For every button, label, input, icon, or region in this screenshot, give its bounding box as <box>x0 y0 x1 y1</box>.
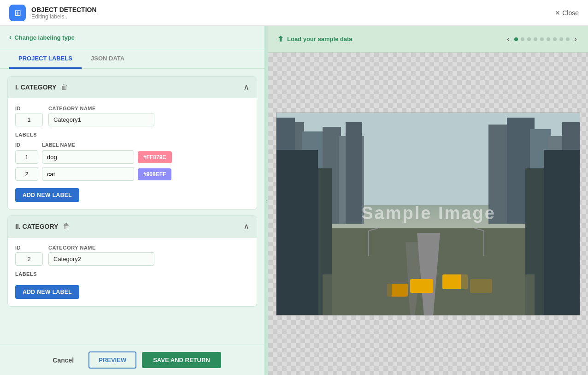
category-name-label-2: Category name <box>48 245 154 250</box>
category-id-label-2: ID <box>15 245 43 250</box>
prev-page-button[interactable]: ‹ <box>505 32 512 46</box>
image-area: Sample Image <box>268 53 588 375</box>
sample-image-container: Sample Image <box>276 113 580 315</box>
add-label-button-2[interactable]: ADD NEW LABEL <box>15 285 79 299</box>
category-title-2: II. CATEGORY <box>15 223 58 230</box>
app-subtitle: Editing labels... <box>31 13 97 20</box>
label-row-1-1: #FF879C <box>15 150 249 164</box>
category-header-2: II. CATEGORY🗑∧ <box>8 216 257 238</box>
label-id-input-1-1[interactable] <box>15 150 38 164</box>
category-fields-1: IDCategory name <box>15 106 249 126</box>
tab-project-labels[interactable]: PROJECT LABELS <box>9 49 82 69</box>
svg-rect-6 <box>346 122 362 224</box>
label-id-input-1-2[interactable] <box>15 167 38 181</box>
close-button[interactable]: ✕ Close <box>555 9 579 17</box>
category-id-input-1[interactable] <box>15 113 43 126</box>
category-block-2: II. CATEGORY🗑∧IDCategory nameLABELSADD N… <box>7 215 257 307</box>
category-name-input-2[interactable] <box>48 252 154 266</box>
right-panel: ⬆ Load your sample data ‹ › <box>268 26 588 375</box>
page-dot-8[interactable] <box>559 37 563 41</box>
page-dot-2[interactable] <box>521 37 524 41</box>
app-icon: ⊞ <box>9 5 26 21</box>
category-id-label-1: ID <box>15 106 43 111</box>
right-topbar: ⬆ Load your sample data ‹ › <box>268 26 588 53</box>
sample-image: Sample Image <box>276 113 580 315</box>
tab-json-data[interactable]: JSON DATA <box>82 49 134 69</box>
labels-title-2: LABELS <box>15 271 249 277</box>
bottom-bar: Cancel PREVIEW SAVE AND RETURN <box>0 345 265 375</box>
collapse-category-icon-1[interactable]: ∧ <box>243 82 249 92</box>
back-arrow-icon: ‹ <box>9 33 12 42</box>
svg-rect-23 <box>410 279 433 293</box>
labels-col-id-1: ID <box>15 142 38 148</box>
page-dot-6[interactable] <box>547 37 550 41</box>
city-image-svg: Sample Image <box>276 113 580 315</box>
app-header: ⊞ OBJECT DETECTION Editing labels... ✕ C… <box>0 0 588 26</box>
cancel-button[interactable]: Cancel <box>43 352 83 369</box>
category-header-left-2: II. CATEGORY🗑 <box>15 222 70 231</box>
category-header-left-1: I. CATEGORY🗑 <box>15 83 68 91</box>
labels-section-1: LABELSIDLabel name#FF879C#908EFFADD NEW … <box>15 132 249 202</box>
preview-button[interactable]: PREVIEW <box>88 351 136 369</box>
label-name-input-1-2[interactable] <box>42 167 134 181</box>
category-fields-2: IDCategory name <box>15 245 249 266</box>
header-titles: OBJECT DETECTION Editing labels... <box>31 6 97 20</box>
page-dot-4[interactable] <box>534 37 537 41</box>
header-left: ⊞ OBJECT DETECTION Editing labels... <box>9 5 97 21</box>
add-label-button-1[interactable]: ADD NEW LABEL <box>15 188 79 202</box>
label-row-1-2: #908EFF <box>15 167 249 181</box>
change-labeling-button[interactable]: ‹ Change labeling type <box>9 33 255 42</box>
labels-col-name-1: Label name <box>42 142 134 148</box>
labels-section-2: LABELSADD NEW LABEL <box>15 271 249 299</box>
left-panel: ‹ Change labeling type PROJECT LABELS JS… <box>0 26 265 375</box>
left-topbar: ‹ Change labeling type <box>0 26 265 49</box>
label-color-badge-1-2[interactable]: #908EFF <box>138 168 171 180</box>
delete-category-icon-1[interactable]: 🗑 <box>61 83 68 91</box>
svg-text:Sample Image: Sample Image <box>361 203 496 223</box>
category-body-2: IDCategory nameLABELSADD NEW LABEL <box>8 238 257 306</box>
svg-rect-27 <box>323 274 392 315</box>
load-data-label: Load your sample data <box>287 36 353 42</box>
load-data-button[interactable]: ⬆ Load your sample data <box>277 35 353 43</box>
label-color-badge-1-1[interactable]: #FF879C <box>138 151 172 163</box>
app-title: OBJECT DETECTION <box>31 6 97 13</box>
save-and-return-button[interactable]: SAVE AND RETURN <box>142 352 221 368</box>
page-dot-7[interactable] <box>553 37 557 41</box>
category-title-1: I. CATEGORY <box>15 83 56 91</box>
svg-rect-16 <box>276 150 318 315</box>
labels-header-row-1: IDLabel name <box>15 142 249 148</box>
collapse-category-icon-2[interactable]: ∧ <box>243 221 249 232</box>
left-content: I. CATEGORY🗑∧IDCategory nameLABELSIDLabe… <box>0 69 265 345</box>
upload-icon: ⬆ <box>277 35 283 43</box>
page-dot-5[interactable] <box>540 37 544 41</box>
category-body-1: IDCategory nameLABELSIDLabel name#FF879C… <box>8 98 257 209</box>
svg-rect-18 <box>544 150 580 315</box>
category-name-input-1[interactable] <box>48 113 154 126</box>
next-page-button[interactable]: › <box>572 32 579 46</box>
svg-rect-28 <box>461 274 535 315</box>
main-layout: ‹ Change labeling type PROJECT LABELS JS… <box>0 26 588 375</box>
label-name-input-1-1[interactable] <box>42 150 134 164</box>
category-header-1: I. CATEGORY🗑∧ <box>8 77 257 98</box>
labels-title-1: LABELS <box>15 132 249 137</box>
category-id-input-2[interactable] <box>15 252 43 266</box>
page-dot-9[interactable] <box>566 37 570 41</box>
delete-category-icon-2[interactable]: 🗑 <box>63 222 70 231</box>
category-name-label-1: Category name <box>48 106 154 111</box>
change-labeling-label: Change labeling type <box>14 34 75 41</box>
category-block-1: I. CATEGORY🗑∧IDCategory nameLABELSIDLabe… <box>7 76 257 210</box>
page-dot-1[interactable] <box>514 37 518 41</box>
page-dot-3[interactable] <box>527 37 531 41</box>
tab-bar: PROJECT LABELS JSON DATA <box>0 49 265 69</box>
pagination: ‹ › <box>505 32 579 46</box>
